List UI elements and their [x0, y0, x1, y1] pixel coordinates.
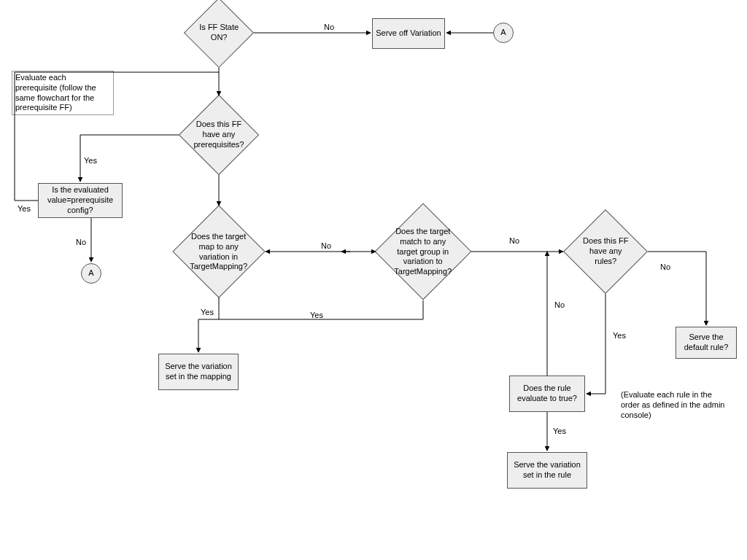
process-serve-variation-mapping-label: Serve the variation set in the mapping — [162, 362, 235, 382]
edge-label-rule-true-yes: Yes — [553, 427, 566, 437]
process-rule-evaluates-true-label: Does the rule evaluate to true? — [513, 384, 581, 404]
process-evaluated-equals-prereq-label: Is the evaluated value=prerequisite conf… — [42, 185, 119, 215]
decision-target-matches-group: Does the target match to any target grou… — [375, 203, 472, 300]
decision-target-maps-variation: Does the target map to any variation in … — [172, 205, 265, 298]
edge-label-rules-yes: Yes — [613, 331, 626, 341]
decision-target-maps-variation-label: Does the target map to any variation in … — [190, 232, 248, 272]
note-evaluate-prerequisites-text: Evaluate each prerequisite (follow the s… — [15, 73, 96, 112]
note-evaluate-rules-order-text: (Evaluate each rule in the order as defi… — [621, 390, 724, 419]
process-serve-variation-rule-label: Serve the variation set in the rule — [511, 460, 584, 481]
process-serve-off-variation: Serve off Variation — [372, 18, 445, 49]
decision-has-prerequisites-label: Does this FF have any prerequisites? — [193, 120, 244, 149]
note-evaluate-prerequisites: Evaluate each prerequisite (follow the s… — [12, 71, 114, 115]
edge-label-prereq-yes: Yes — [84, 156, 97, 166]
process-serve-variation-mapping: Serve the variation set in the mapping — [158, 354, 239, 390]
edge-label-state-no: No — [324, 23, 334, 33]
process-evaluated-equals-prereq: Is the evaluated value=prerequisite conf… — [38, 183, 123, 218]
edge-label-rule-true-no: No — [554, 300, 565, 311]
decision-ff-state-on: Is FF State ON? — [184, 0, 254, 68]
decision-has-rules-label: Does this FF have any rules? — [579, 236, 632, 266]
edge-label-rules-no: No — [660, 262, 670, 273]
note-evaluate-rules-order: (Evaluate each rule in the order as defi… — [621, 390, 730, 420]
connector-a-left-label: A — [88, 268, 93, 279]
edge-label-tgrp-yes: Yes — [310, 311, 323, 321]
process-serve-default-rule-label: Serve the default rule? — [679, 332, 733, 353]
decision-has-prerequisites: Does this FF have any prerequisites? — [179, 95, 259, 175]
process-serve-default-rule: Serve the default rule? — [676, 327, 737, 359]
edge-label-tgrp-no: No — [509, 236, 519, 246]
edge-label-tmap-no: No — [321, 241, 331, 252]
decision-target-matches-group-label: Does the target match to any target grou… — [392, 227, 454, 277]
connector-a-top: A — [493, 23, 514, 43]
process-serve-off-variation-label: Serve off Variation — [376, 28, 441, 39]
edge-label-eval-yes: Yes — [18, 204, 31, 214]
process-serve-variation-rule: Serve the variation set in the rule — [507, 452, 587, 489]
decision-ff-state-on-label: Is FF State ON? — [198, 23, 240, 43]
edge-label-tmap-yes: Yes — [201, 308, 214, 318]
connector-a-top-label: A — [500, 28, 506, 38]
edge-label-eval-no: No — [76, 238, 86, 248]
decision-has-rules: Does this FF have any rules? — [563, 209, 648, 294]
connector-a-left: A — [81, 263, 101, 284]
process-rule-evaluates-true: Does the rule evaluate to true? — [509, 376, 585, 412]
